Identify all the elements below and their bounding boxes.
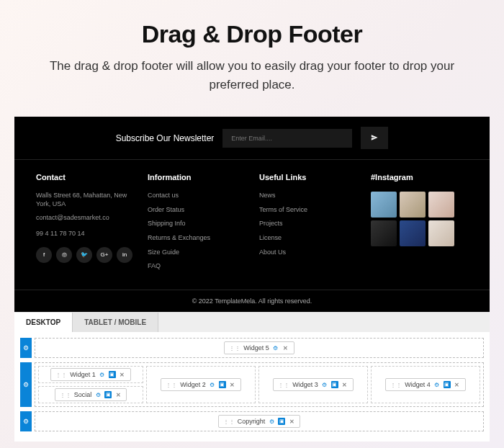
info-link[interactable]: Size Guide xyxy=(148,248,245,257)
widget-block[interactable]: ⋮⋮ Widget 3 ⚙ ▣ ✕ xyxy=(273,378,354,391)
footer-preview: Subscribe Our Newsletter Contact Walls S… xyxy=(14,117,490,312)
row-settings-handle[interactable]: ⚙ xyxy=(20,411,32,431)
widget-settings-icon[interactable]: ⚙ xyxy=(209,381,216,388)
instagram-heading: #Instagram xyxy=(371,173,468,182)
widget-label: Widget 2 xyxy=(180,381,206,388)
footer-col-instagram: #Instagram xyxy=(371,173,468,277)
gear-icon: ⚙ xyxy=(23,418,29,425)
contact-phone: 99 4 11 78 70 14 xyxy=(36,230,133,238)
instagram-grid xyxy=(371,192,468,246)
useful-heading: Useful Links xyxy=(259,173,356,182)
footer-builder: DESKTOP TABLET / MOBILE ⚙ ⋮⋮ Widget 5 ⚙ … xyxy=(14,312,490,442)
grip-icon: ⋮⋮ xyxy=(55,372,67,378)
widget-settings-icon[interactable]: ⚙ xyxy=(321,381,328,388)
widget-block[interactable]: ⋮⋮ Widget 1 ⚙ ▣ ✕ xyxy=(50,368,131,381)
builder-tabs: DESKTOP TABLET / MOBILE xyxy=(14,313,490,332)
instagram-thumb[interactable] xyxy=(371,192,397,218)
widget-label: Social xyxy=(74,391,92,398)
builder-row: ⚙ ⋮⋮ Copyright ⚙ ▣ ✕ xyxy=(20,411,484,431)
widget-duplicate-icon[interactable]: ▣ xyxy=(278,418,285,425)
widget-block[interactable]: ⋮⋮ Social ⚙ ▣ ✕ xyxy=(55,388,127,401)
newsletter-bar: Subscribe Our Newsletter xyxy=(14,117,490,160)
widget-remove-icon[interactable]: ✕ xyxy=(229,381,236,388)
widget-block[interactable]: ⋮⋮ Widget 5 ⚙ ✕ xyxy=(224,341,294,354)
builder-row: ⚙ ⋮⋮ Widget 5 ⚙ ✕ xyxy=(20,338,484,358)
footer-col-information: Information Contact us Order Status Ship… xyxy=(148,173,245,277)
widget-duplicate-icon[interactable]: ▣ xyxy=(104,391,112,398)
useful-link[interactable]: About Us xyxy=(259,248,356,257)
footer-col-contact: Contact Walls Street 68, Mahattan, New Y… xyxy=(36,173,133,277)
widget-label: Widget 1 xyxy=(70,371,96,378)
widget-block[interactable]: ⋮⋮ Widget 2 ⚙ ▣ ✕ xyxy=(161,378,241,391)
widget-duplicate-icon[interactable]: ▣ xyxy=(331,381,338,388)
facebook-icon[interactable]: f xyxy=(36,247,52,263)
grip-icon: ⋮⋮ xyxy=(223,418,235,425)
newsletter-email-input[interactable] xyxy=(222,129,352,148)
widget-label: Widget 4 xyxy=(405,381,431,388)
info-link[interactable]: Order Status xyxy=(148,206,245,215)
grip-icon: ⋮⋮ xyxy=(390,382,402,388)
instagram-thumb[interactable] xyxy=(428,192,454,218)
info-link[interactable]: Shipping Info xyxy=(148,220,245,228)
linkedin-icon[interactable]: in xyxy=(117,247,132,263)
widget-duplicate-icon[interactable]: ▣ xyxy=(219,381,226,388)
widget-remove-icon[interactable]: ✕ xyxy=(454,381,461,388)
row-settings-handle[interactable]: ⚙ xyxy=(20,338,32,358)
information-heading: Information xyxy=(148,173,245,182)
widget-label: Copyright xyxy=(238,418,266,425)
info-link[interactable]: Contact us xyxy=(148,192,245,200)
newsletter-label: Subscribe Our Newsletter xyxy=(116,133,215,143)
gear-icon: ⚙ xyxy=(23,381,29,388)
info-link[interactable]: FAQ xyxy=(148,262,245,271)
info-link[interactable]: Returns & Exchanges xyxy=(148,234,245,243)
widget-remove-icon[interactable]: ✕ xyxy=(282,344,289,351)
useful-link[interactable]: License xyxy=(259,234,356,243)
contact-heading: Contact xyxy=(36,173,133,182)
page-subtitle: The drag & drop footer will allow you to… xyxy=(29,57,475,94)
instagram-icon[interactable]: ◎ xyxy=(56,247,72,263)
footer-col-useful: Useful Links News Terms of Service Proje… xyxy=(259,173,356,277)
widget-block[interactable]: ⋮⋮ Copyright ⚙ ▣ ✕ xyxy=(218,415,301,428)
widget-block[interactable]: ⋮⋮ Widget 4 ⚙ ▣ ✕ xyxy=(385,378,466,391)
twitter-icon[interactable]: 🐦 xyxy=(76,247,92,263)
social-icons-row: f ◎ 🐦 G+ in xyxy=(36,247,133,263)
instagram-thumb[interactable] xyxy=(428,220,454,246)
contact-email: contact@sadesmarket.co xyxy=(36,214,133,223)
useful-link[interactable]: Terms of Service xyxy=(259,206,356,215)
instagram-thumb[interactable] xyxy=(371,220,397,246)
grip-icon: ⋮⋮ xyxy=(166,382,177,388)
row-settings-handle[interactable]: ⚙ xyxy=(20,362,32,407)
tab-desktop[interactable]: DESKTOP xyxy=(14,313,73,332)
widget-duplicate-icon[interactable]: ▣ xyxy=(109,371,116,378)
instagram-thumb[interactable] xyxy=(400,220,426,246)
widget-label: Widget 5 xyxy=(243,344,269,351)
widget-label: Widget 3 xyxy=(292,381,318,388)
widget-settings-icon[interactable]: ⚙ xyxy=(272,344,279,351)
grip-icon: ⋮⋮ xyxy=(229,345,240,351)
googleplus-icon[interactable]: G+ xyxy=(96,247,112,263)
grip-icon: ⋮⋮ xyxy=(60,392,71,398)
widget-remove-icon[interactable]: ✕ xyxy=(119,371,126,378)
newsletter-submit-button[interactable] xyxy=(361,127,388,149)
page-title: Drag & Drop Footer xyxy=(29,20,475,48)
widget-settings-icon[interactable]: ⚙ xyxy=(268,418,275,425)
widget-duplicate-icon[interactable]: ▣ xyxy=(444,381,451,388)
widget-settings-icon[interactable]: ⚙ xyxy=(433,381,441,388)
tab-tablet-mobile[interactable]: TABLET / MOBILE xyxy=(73,313,158,332)
builder-row: ⚙ ⋮⋮ Widget 1 ⚙ ▣ ✕ ⋮ xyxy=(20,362,484,407)
widget-settings-icon[interactable]: ⚙ xyxy=(99,371,106,378)
gear-icon: ⚙ xyxy=(23,344,29,351)
useful-link[interactable]: Projects xyxy=(259,220,356,228)
grip-icon: ⋮⋮ xyxy=(278,382,289,388)
useful-link[interactable]: News xyxy=(259,192,356,200)
instagram-thumb[interactable] xyxy=(400,192,426,218)
widget-settings-icon[interactable]: ⚙ xyxy=(94,391,102,398)
widget-remove-icon[interactable]: ✕ xyxy=(288,418,295,425)
send-icon xyxy=(371,133,378,143)
widget-remove-icon[interactable]: ✕ xyxy=(341,381,348,388)
copyright-line: © 2022 TemplateMela. All rights reserved… xyxy=(14,290,490,312)
widget-remove-icon[interactable]: ✕ xyxy=(114,391,122,398)
contact-address: Walls Street 68, Mahattan, New York, USA xyxy=(36,192,133,208)
